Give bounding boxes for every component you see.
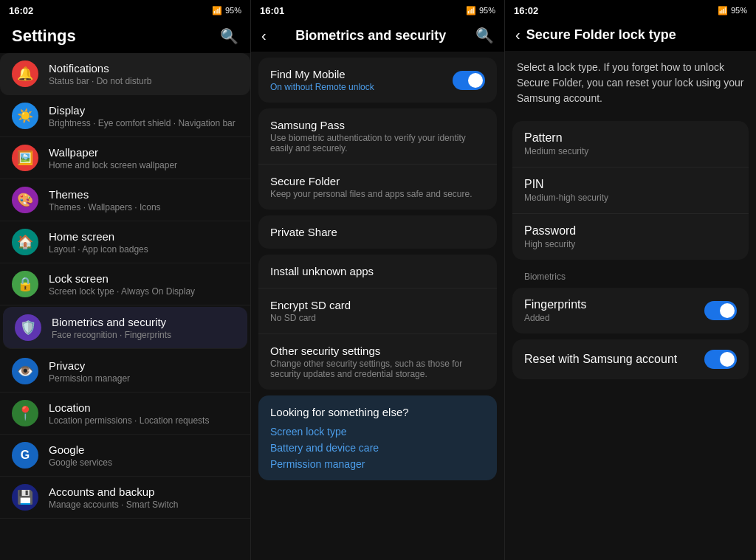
pattern-option[interactable]: Pattern Medium security — [512, 121, 749, 167]
display-text: Display Brightness · Eye comfort shield … — [49, 104, 236, 128]
private-share-section: Private Share — [258, 215, 497, 249]
looking-section: Looking for something else? Screen lock … — [258, 395, 497, 480]
find-my-mobile-subtitle: On without Remote unlock — [270, 82, 374, 92]
themes-subtitle: Themes · Wallpapers · Icons — [49, 202, 161, 212]
battery-care-link[interactable]: Battery and device care — [270, 442, 485, 454]
pin-title: PIN — [524, 178, 608, 191]
lock-screen-text: Lock screen Screen lock type · Always On… — [49, 272, 195, 297]
biometrics-options-section: Fingerprints Added — [512, 288, 749, 333]
find-my-mobile-section: Find My Mobile On without Remote unlock — [258, 58, 497, 103]
pin-text: PIN Medium-high security — [524, 178, 608, 203]
fingerprints-option[interactable]: Fingerprints Added — [512, 288, 749, 333]
home-screen-icon: 🏠 — [12, 229, 38, 255]
secure-folder-subtitle: Keep your personal files and apps safe a… — [270, 189, 472, 199]
encrypt-sd-item[interactable]: Encrypt SD card No SD card — [258, 288, 497, 334]
google-title: Google — [49, 443, 112, 456]
settings-title: Settings — [12, 27, 76, 46]
secure-folder-scroll: Select a lock type. If you forget how to… — [505, 51, 756, 560]
status-icons-1: 📶 95% — [212, 6, 241, 15]
private-share-item[interactable]: Private Share — [258, 215, 497, 249]
accounts-icon: 💾 — [12, 484, 38, 511]
sidebar-item-biometrics[interactable]: 🛡️ Biometrics and security Face recognit… — [3, 307, 247, 349]
screen-lock-link[interactable]: Screen lock type — [270, 426, 485, 438]
wallpaper-subtitle: Home and lock screen wallpaper — [49, 160, 177, 170]
status-bar-3: 16:02 📶 95% — [505, 0, 756, 21]
other-security-item[interactable]: Other security settings Change other sec… — [258, 334, 497, 390]
biometrics-icon: 🛡️ — [15, 314, 41, 341]
other-security-title: Other security settings — [270, 345, 485, 357]
sidebar-item-notifications[interactable]: 🔔 Notifications Status bar · Do not dist… — [0, 53, 250, 95]
location-title: Location — [49, 401, 209, 414]
find-my-mobile-item[interactable]: Find My Mobile On without Remote unlock — [258, 58, 497, 103]
secure-folder-item[interactable]: Secure Folder Keep your personal files a… — [258, 165, 497, 210]
install-unknown-item[interactable]: Install unknown apps — [258, 255, 497, 288]
settings-search-icon[interactable]: 🔍 — [220, 27, 238, 45]
back-button-2[interactable]: ‹ — [261, 27, 267, 44]
location-subtitle: Location permissions · Location requests — [49, 415, 209, 426]
sidebar-item-lock-screen[interactable]: 🔒 Lock screen Screen lock type · Always … — [0, 263, 250, 305]
find-my-mobile-toggle[interactable] — [453, 71, 485, 90]
secure-folder-description: Select a lock type. If you forget how to… — [505, 51, 756, 115]
display-title: Display — [49, 104, 236, 117]
lock-screen-title: Lock screen — [49, 272, 195, 285]
pin-option[interactable]: PIN Medium-high security — [512, 167, 749, 214]
reset-samsung-toggle[interactable] — [704, 350, 737, 369]
find-my-mobile-title: Find My Mobile — [270, 68, 374, 80]
reset-samsung-title: Reset with Samsung account — [524, 353, 677, 366]
biometrics-header-title: Biometrics and security — [295, 28, 446, 44]
sidebar-item-google[interactable]: G Google Google services — [0, 435, 250, 477]
privacy-title: Privacy — [49, 359, 130, 372]
biometrics-search-icon[interactable]: 🔍 — [475, 27, 494, 44]
notifications-title: Notifications — [49, 62, 151, 75]
permission-manager-link[interactable]: Permission manager — [270, 458, 485, 470]
samsung-pass-item[interactable]: Samsung Pass Use biometric authenticatio… — [258, 108, 497, 165]
password-text: Password High security — [524, 224, 576, 249]
looking-title: Looking for something else? — [270, 406, 485, 418]
sidebar-item-location[interactable]: 📍 Location Location permissions · Locati… — [0, 393, 250, 435]
back-button-3[interactable]: ‹ — [515, 27, 520, 44]
other-security-subtitle: Change other security settings, such as … — [270, 359, 485, 379]
secure-folder-header: ‹ Secure Folder lock type — [505, 21, 756, 51]
secure-folder-title: Secure Folder — [270, 175, 472, 187]
home-screen-text: Home screen Layout · App icon badges — [49, 230, 148, 255]
other-security-section: Install unknown apps Encrypt SD card No … — [258, 255, 497, 390]
fingerprints-toggle[interactable] — [704, 301, 737, 320]
reset-samsung-item[interactable]: Reset with Samsung account — [512, 339, 749, 379]
signal-icon-2: 📶 — [466, 6, 476, 15]
google-text: Google Google services — [49, 443, 112, 468]
panel-biometrics-security: 16:01 📶 95% ‹ Biometrics and security 🔍 … — [251, 0, 505, 560]
settings-list: 🔔 Notifications Status bar · Do not dist… — [0, 53, 250, 560]
samsung-pass-text: Samsung Pass Use biometric authenticatio… — [270, 119, 485, 153]
privacy-text: Privacy Permission manager — [49, 359, 130, 384]
secure-folder-text: Secure Folder Keep your personal files a… — [270, 175, 472, 199]
time-3: 16:02 — [514, 5, 538, 16]
samsung-pass-subtitle: Use biometric authentication to verify y… — [270, 133, 485, 153]
display-icon: ☀️ — [12, 103, 38, 129]
status-icons-3: 📶 95% — [718, 6, 747, 15]
sidebar-item-display[interactable]: ☀️ Display Brightness · Eye comfort shie… — [0, 95, 250, 137]
sidebar-item-home-screen[interactable]: 🏠 Home screen Layout · App icon badges — [0, 221, 250, 263]
secure-folder-lock-title: Secure Folder lock type — [526, 27, 676, 43]
install-unknown-title: Install unknown apps — [270, 265, 374, 277]
home-screen-title: Home screen — [49, 230, 148, 243]
sidebar-item-themes[interactable]: 🎨 Themes Themes · Wallpapers · Icons — [0, 179, 250, 221]
privacy-icon: 👁️ — [12, 358, 38, 384]
reset-samsung-section: Reset with Samsung account — [512, 339, 749, 379]
sidebar-item-privacy[interactable]: 👁️ Privacy Permission manager — [0, 350, 250, 393]
panel-secure-folder-lock: 16:02 📶 95% ‹ Secure Folder lock type Se… — [505, 0, 756, 560]
panel-settings: 16:02 📶 95% Settings 🔍 🔔 Notifications S… — [0, 0, 251, 560]
sidebar-item-wallpaper[interactable]: 🖼️ Wallpaper Home and lock screen wallpa… — [0, 137, 250, 179]
fingerprints-subtitle: Added — [524, 313, 586, 323]
pin-subtitle: Medium-high security — [524, 193, 608, 203]
samsung-pass-title: Samsung Pass — [270, 119, 485, 131]
password-option[interactable]: Password High security — [512, 214, 749, 260]
install-unknown-text: Install unknown apps — [270, 265, 374, 277]
biometrics-text: Biometrics and security Face recognition… — [52, 316, 171, 340]
sidebar-item-accounts[interactable]: 💾 Accounts and backup Manage accounts · … — [0, 477, 250, 519]
themes-title: Themes — [49, 188, 161, 201]
time-1: 16:02 — [9, 5, 33, 16]
display-subtitle: Brightness · Eye comfort shield · Naviga… — [49, 118, 236, 128]
settings-header: Settings 🔍 — [0, 21, 250, 53]
notifications-icon: 🔔 — [12, 61, 38, 87]
home-screen-subtitle: Layout · App icon badges — [49, 244, 148, 255]
